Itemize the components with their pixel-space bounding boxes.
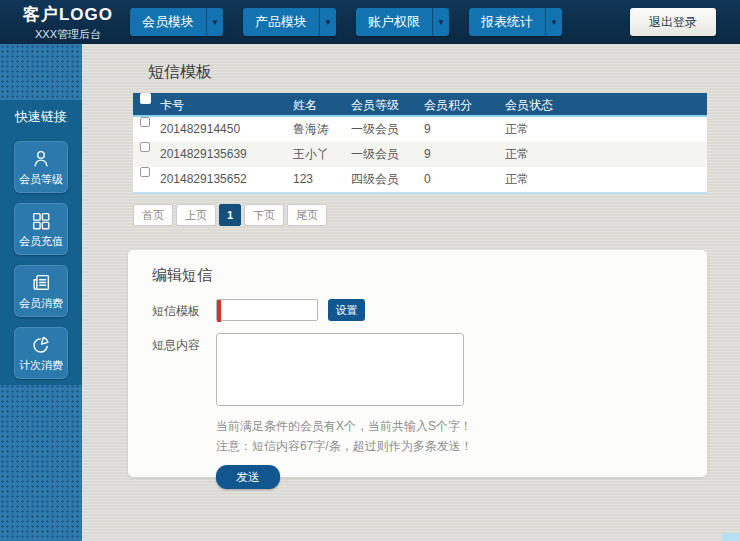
cell-name: 123 <box>293 167 313 192</box>
pagination-last-button[interactable]: 尾页 <box>287 204 327 226</box>
cell-card-no: 201482914450 <box>160 117 240 142</box>
sidebar: 快速链接 会员等级 会员充值 会员消 <box>0 44 82 541</box>
required-marker <box>217 300 221 322</box>
cell-points: 0 <box>424 167 431 192</box>
sidebar-item-label: 会员消费 <box>19 296 63 311</box>
pagination-prev-button[interactable]: 上页 <box>176 204 216 226</box>
cell-name: 王小丫 <box>293 142 329 167</box>
table-row: 201482914450 鲁海涛 一级会员 9 正常 <box>133 117 707 142</box>
caret-down-icon[interactable]: ▼ <box>432 8 449 36</box>
cell-status: 正常 <box>505 117 529 142</box>
cell-level: 四级会员 <box>351 167 399 192</box>
cell-level: 一级会员 <box>351 117 399 142</box>
nav-account-permissions[interactable]: 账户权限 ▼ <box>356 8 449 36</box>
logo-title: 客户LOGO <box>12 3 124 26</box>
admin-page: 客户LOGO XXX管理后台 会员模块 ▼ 产品模块 ▼ 账户权限 ▼ 报表统计… <box>0 0 740 541</box>
sidebar-item-member-recharge[interactable]: 会员充值 <box>14 203 68 255</box>
pagination-current-page[interactable]: 1 <box>219 204 241 226</box>
table-row: 2014829135652 123 四级会员 0 正常 <box>133 167 707 192</box>
table-header-row: 卡号 姓名 会员等级 会员积分 会员状态 <box>133 93 707 117</box>
grid-icon <box>30 210 52 232</box>
row-checkbox[interactable] <box>140 167 150 177</box>
sms-content-textarea[interactable] <box>216 333 464 406</box>
set-template-button[interactable]: 设置 <box>328 299 365 321</box>
sidebar-item-label: 计次消费 <box>19 358 63 373</box>
quick-links-title: 快速链接 <box>0 108 82 126</box>
nav-product-module[interactable]: 产品模块 ▼ <box>243 8 336 36</box>
sms-template-table: 卡号 姓名 会员等级 会员积分 会员状态 201482914450 鲁海涛 一级… <box>133 93 707 194</box>
sidebar-item-member-consumption[interactable]: 会员消费 <box>14 265 68 317</box>
cell-level: 一级会员 <box>351 142 399 167</box>
column-header-points: 会员积分 <box>424 93 472 117</box>
nav-label: 报表统计 <box>469 8 545 36</box>
note-length-warning: 注意：短信内容67字/条，超过则作为多条发送！ <box>216 436 683 456</box>
sidebar-item-member-level[interactable]: 会员等级 <box>14 141 68 193</box>
sidebar-item-label: 会员充值 <box>19 234 63 249</box>
cell-status: 正常 <box>505 142 529 167</box>
column-header-name: 姓名 <box>293 93 317 117</box>
page-title: 短信模板 <box>148 62 740 83</box>
column-header-card-no: 卡号 <box>160 93 184 117</box>
caret-down-icon[interactable]: ▼ <box>206 8 223 36</box>
cell-name: 鲁海涛 <box>293 117 329 142</box>
cell-points: 9 <box>424 117 431 142</box>
logout-button[interactable]: 退出登录 <box>630 8 716 36</box>
row-checkbox[interactable] <box>140 142 150 152</box>
nav-member-module[interactable]: 会员模块 ▼ <box>130 8 223 36</box>
scroll-corner-chip <box>722 533 740 541</box>
send-button[interactable]: 发送 <box>216 465 280 489</box>
select-all-checkbox[interactable] <box>140 93 151 104</box>
edit-sms-card: 编辑短信 短信模板 设置 短息内容 当前满足条件的会员有X个，当前共输入S个字！… <box>128 250 707 477</box>
pagination: 首页 上页 1 下页 尾页 <box>133 204 740 226</box>
caret-down-icon[interactable]: ▼ <box>319 8 336 36</box>
edit-sms-title: 编辑短信 <box>152 266 683 285</box>
column-header-level: 会员等级 <box>351 93 399 117</box>
template-field-label: 短信模板 <box>152 299 204 323</box>
template-form-row: 短信模板 设置 <box>152 299 683 323</box>
template-input[interactable] <box>216 299 318 321</box>
pie-chart-icon <box>30 334 52 356</box>
logo-subtitle: XXX管理后台 <box>12 27 124 42</box>
row-checkbox[interactable] <box>140 117 150 127</box>
main-nav: 会员模块 ▼ 产品模块 ▼ 账户权限 ▼ 报表统计 ▼ <box>130 8 562 36</box>
content-form-row: 短息内容 <box>152 333 683 406</box>
pagination-next-button[interactable]: 下页 <box>244 204 284 226</box>
nav-label: 会员模块 <box>130 8 206 36</box>
table-row: 2014829135639 王小丫 一级会员 9 正常 <box>133 142 707 167</box>
receipt-icon <box>30 272 52 294</box>
logo: 客户LOGO XXX管理后台 <box>12 3 124 42</box>
nav-report-statistics[interactable]: 报表统计 ▼ <box>469 8 562 36</box>
cell-card-no: 2014829135652 <box>160 167 247 192</box>
pagination-first-button[interactable]: 首页 <box>133 204 173 226</box>
user-icon <box>30 148 52 170</box>
template-input-wrap <box>216 299 318 323</box>
top-header-bar: 客户LOGO XXX管理后台 会员模块 ▼ 产品模块 ▼ 账户权限 ▼ 报表统计… <box>0 0 740 44</box>
cell-status: 正常 <box>505 167 529 192</box>
main-content: 短信模板 卡号 姓名 会员等级 会员积分 会员状态 201482914450 鲁… <box>82 44 740 541</box>
cell-card-no: 2014829135639 <box>160 142 247 167</box>
caret-down-icon[interactable]: ▼ <box>545 8 562 36</box>
cell-points: 9 <box>424 142 431 167</box>
note-member-count: 当前满足条件的会员有X个，当前共输入S个字！ <box>216 416 683 436</box>
content-field-label: 短息内容 <box>152 333 204 406</box>
sidebar-item-label: 会员等级 <box>19 172 63 187</box>
quick-links-panel: 快速链接 会员等级 会员充值 会员消 <box>0 100 82 385</box>
nav-label: 账户权限 <box>356 8 432 36</box>
nav-label: 产品模块 <box>243 8 319 36</box>
column-header-status: 会员状态 <box>505 93 553 117</box>
sms-notes: 当前满足条件的会员有X个，当前共输入S个字！ 注意：短信内容67字/条，超过则作… <box>216 416 683 456</box>
sidebar-item-count-consumption[interactable]: 计次消费 <box>14 327 68 379</box>
